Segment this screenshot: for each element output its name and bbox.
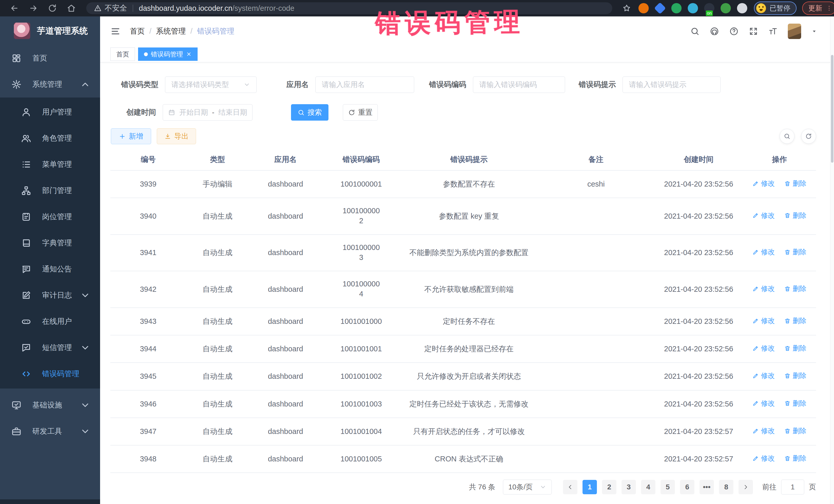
sidebar-item-system-management[interactable]: 系统管理 bbox=[0, 71, 100, 97]
sidebar-item-notice[interactable]: 通知公告 bbox=[0, 256, 100, 282]
sidebar-item-infrastructure[interactable]: 基础设施 bbox=[0, 392, 100, 418]
edit-link[interactable]: 修改 bbox=[752, 426, 775, 436]
page-5[interactable]: 5 bbox=[660, 480, 675, 494]
caret-down-icon[interactable] bbox=[811, 28, 817, 34]
sidebar-item-dept-management[interactable]: 部门管理 bbox=[0, 178, 100, 204]
refresh-table-button[interactable] bbox=[801, 129, 816, 144]
hamburger-icon[interactable] bbox=[110, 26, 120, 37]
error-msg-input[interactable] bbox=[622, 76, 721, 93]
extension-orange-icon[interactable] bbox=[638, 3, 649, 13]
breadcrumb-error-code-management[interactable]: 错误码管理 bbox=[197, 27, 234, 35]
close-icon[interactable] bbox=[186, 51, 192, 57]
sidebar-item-home[interactable]: 首页 bbox=[0, 45, 100, 71]
export-button[interactable]: 导出 bbox=[157, 128, 196, 144]
sidebar-item-dict-management[interactable]: 字典管理 bbox=[0, 230, 100, 256]
delete-link[interactable]: 删除 bbox=[784, 316, 807, 326]
delete-link[interactable]: 删除 bbox=[784, 371, 807, 381]
create-time-range-picker[interactable]: 开始日期 - 结束日期 bbox=[163, 104, 253, 120]
sidebar-item-dev-tools[interactable]: 研发工具 bbox=[0, 418, 100, 444]
delete-link[interactable]: 删除 bbox=[784, 426, 807, 436]
cell-create-time: 2021-04-20 23:52:56 bbox=[654, 235, 743, 271]
window-scrollbar[interactable] bbox=[830, 17, 834, 504]
forward-icon[interactable] bbox=[29, 4, 38, 13]
reload-icon[interactable] bbox=[48, 4, 57, 13]
page-3[interactable]: 3 bbox=[621, 480, 636, 494]
github-icon[interactable] bbox=[710, 27, 719, 36]
gear-icon bbox=[11, 79, 22, 90]
page-size-select[interactable]: 10条/页 bbox=[503, 480, 552, 495]
add-button[interactable]: 新增 bbox=[111, 128, 151, 144]
breadcrumb-home[interactable]: 首页 bbox=[130, 27, 145, 35]
extension-puzzle-icon[interactable] bbox=[737, 3, 747, 13]
delete-link[interactable]: 删除 bbox=[784, 211, 807, 221]
trash-icon bbox=[784, 286, 791, 292]
start-date-placeholder[interactable]: 开始日期 bbox=[179, 108, 208, 117]
sidebar-item-sms-management[interactable]: 短信管理 bbox=[0, 335, 100, 361]
trash-icon bbox=[784, 400, 791, 407]
toggle-search-button[interactable] bbox=[780, 129, 794, 144]
page-6[interactable]: 6 bbox=[680, 480, 695, 494]
delete-link[interactable]: 删除 bbox=[784, 247, 807, 257]
tab-home[interactable]: 首页 bbox=[110, 47, 135, 61]
browser-update-button[interactable]: 更新 bbox=[802, 2, 834, 15]
end-date-placeholder[interactable]: 结束日期 bbox=[218, 108, 247, 117]
extension-key-icon[interactable] bbox=[721, 3, 731, 13]
user-avatar[interactable] bbox=[788, 24, 801, 39]
sidebar-item-audit-log[interactable]: 审计日志 bbox=[0, 282, 100, 308]
reset-button[interactable]: 重置 bbox=[343, 104, 378, 120]
not-secure-warning-icon[interactable] bbox=[94, 4, 102, 12]
page-4[interactable]: 4 bbox=[641, 480, 655, 494]
page-1[interactable]: 1 bbox=[583, 480, 597, 494]
extension-grid-icon[interactable] bbox=[688, 3, 698, 13]
extension-recorder-icon[interactable]: on bbox=[704, 3, 715, 13]
delete-link[interactable]: 删除 bbox=[784, 453, 807, 464]
sidebar-item-user-management[interactable]: 用户管理 bbox=[0, 99, 100, 125]
delete-link[interactable]: 删除 bbox=[784, 343, 807, 354]
browser-menu-icon[interactable] bbox=[826, 5, 832, 12]
edit-link[interactable]: 修改 bbox=[752, 247, 775, 257]
back-icon[interactable] bbox=[10, 4, 19, 13]
url-bar[interactable]: 不安全 dashboard.yudao.iocoder.cn/system/er… bbox=[86, 2, 612, 14]
delete-link[interactable]: 删除 bbox=[784, 284, 807, 294]
tab-error-code-management[interactable]: 错误码管理 bbox=[138, 47, 198, 61]
sidebar-item-menu-management[interactable]: 菜单管理 bbox=[0, 151, 100, 178]
edit-link[interactable]: 修改 bbox=[752, 178, 775, 189]
scrollbar-thumb[interactable] bbox=[831, 55, 833, 163]
app-logo[interactable]: 芋道管理系统 bbox=[0, 17, 100, 45]
browser-home-icon[interactable] bbox=[67, 4, 76, 13]
sidebar-item-role-management[interactable]: 角色管理 bbox=[0, 125, 100, 151]
sidebar-item-post-management[interactable]: 岗位管理 bbox=[0, 204, 100, 230]
edit-link[interactable]: 修改 bbox=[752, 284, 775, 294]
trash-icon bbox=[784, 249, 791, 255]
search-button[interactable]: 搜索 bbox=[291, 104, 328, 120]
delete-link[interactable]: 删除 bbox=[784, 398, 807, 409]
page-8[interactable]: 8 bbox=[719, 480, 733, 494]
edit-link[interactable]: 修改 bbox=[752, 371, 775, 381]
sidebar-item-online-users[interactable]: 在线用户 bbox=[0, 308, 100, 335]
font-size-icon[interactable] bbox=[768, 27, 777, 36]
error-code-type-select[interactable]: 请选择错误码类型 bbox=[165, 76, 257, 93]
cell-create-time: 2021-04-20 23:52:56 bbox=[654, 335, 743, 363]
edit-link[interactable]: 修改 bbox=[752, 343, 775, 354]
edit-link[interactable]: 修改 bbox=[752, 316, 775, 326]
sidebar-item-error-code-management[interactable]: 错误码管理 bbox=[0, 361, 100, 387]
edit-link[interactable]: 修改 bbox=[752, 398, 775, 409]
page-2[interactable]: 2 bbox=[602, 480, 616, 494]
pager-ellipsis[interactable]: ••• bbox=[700, 480, 714, 494]
edit-link[interactable]: 修改 bbox=[752, 211, 775, 221]
edit-link[interactable]: 修改 bbox=[752, 453, 775, 464]
next-page-button[interactable] bbox=[739, 480, 753, 494]
bookmark-star-icon[interactable] bbox=[622, 4, 631, 13]
delete-link[interactable]: 删除 bbox=[784, 178, 807, 189]
breadcrumb-system-management[interactable]: 系统管理 bbox=[156, 27, 186, 35]
prev-page-button[interactable] bbox=[563, 480, 577, 494]
help-icon[interactable] bbox=[729, 27, 739, 36]
goto-page-input[interactable]: 1 bbox=[781, 480, 804, 495]
extension-blue-gem-icon[interactable] bbox=[654, 2, 666, 14]
extension-green-circle-icon[interactable] bbox=[671, 3, 682, 13]
profile-pill[interactable]: 已暂停 bbox=[754, 2, 796, 15]
error-code-input[interactable] bbox=[473, 76, 565, 93]
search-icon[interactable] bbox=[690, 27, 700, 36]
app-name-input[interactable] bbox=[315, 76, 414, 93]
fullscreen-icon[interactable] bbox=[749, 27, 758, 36]
